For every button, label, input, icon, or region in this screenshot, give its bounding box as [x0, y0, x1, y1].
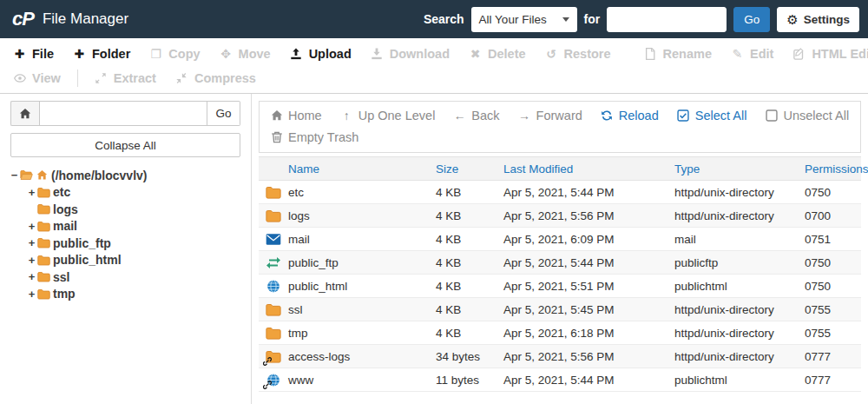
tree-item-tmp[interactable]: +tmp — [0, 286, 251, 303]
tree-item-ssl[interactable]: +ssl — [0, 268, 251, 286]
folder-icon — [37, 288, 50, 301]
up-icon: ↑ — [340, 109, 353, 123]
file-permissions: 0755 — [805, 303, 861, 316]
symlink-icon — [263, 357, 272, 366]
globe-icon — [266, 374, 281, 387]
toolbar-label: Rename — [663, 47, 712, 61]
file-icon-cell — [259, 256, 288, 269]
tree-expander[interactable]: + — [26, 288, 37, 301]
column-header-last-modified[interactable]: Last Modified — [503, 162, 674, 176]
nav-select-all-button[interactable]: Select All — [677, 109, 747, 123]
table-row-etc[interactable]: etc4 KBApr 5, 2021, 5:44 PMhttpd/unix-di… — [259, 181, 861, 204]
toolbar-download-button[interactable]: Download — [361, 43, 459, 64]
toolbar-extract-button[interactable]: Extract — [85, 68, 166, 89]
tree-item-public-html[interactable]: +public_html — [0, 252, 251, 269]
tree-expander[interactable]: − — [9, 169, 20, 182]
search-for-label: for — [584, 12, 601, 26]
table-row-logs[interactable]: logs4 KBApr 5, 2021, 5:56 PMhttpd/unix-d… — [259, 204, 861, 228]
nav-label: Reload — [619, 109, 659, 123]
table-body: etc4 KBApr 5, 2021, 5:44 PMhttpd/unix-di… — [259, 181, 861, 392]
tree-item-logs[interactable]: logs — [0, 201, 251, 218]
nav-label: Home — [288, 109, 322, 123]
html-icon — [792, 48, 806, 61]
nav-toolbar: Home↑Up One Level←Back→ForwardReloadSele… — [259, 101, 861, 153]
toolbar-label: Edit — [750, 47, 773, 61]
home-orange-icon — [36, 169, 49, 182]
tree-expander[interactable]: + — [26, 186, 37, 199]
toolbar-delete-button[interactable]: ✖Delete — [459, 43, 536, 64]
toolbar-upload-button[interactable]: Upload — [280, 43, 361, 64]
settings-button[interactable]: ⚙ Settings — [777, 7, 859, 32]
tree-expander[interactable]: + — [26, 236, 37, 249]
empty-trash-button[interactable]: Empty Trash — [270, 130, 358, 144]
right-icon: → — [518, 109, 531, 123]
table-row-access-logs[interactable]: access-logs34 bytesApr 5, 2021, 5:56 PMh… — [259, 345, 861, 368]
toolbar-move-button[interactable]: ✥Move — [210, 43, 280, 64]
column-header-type[interactable]: Type — [674, 162, 805, 176]
toolbar-copy-button[interactable]: ❐Copy — [140, 43, 209, 64]
path-input[interactable] — [39, 101, 207, 126]
symlink-icon — [263, 381, 272, 389]
table-row-ssl[interactable]: ssl4 KBApr 5, 2021, 5:45 PMhttpd/unix-di… — [259, 298, 861, 321]
file-modified: Apr 5, 2021, 5:56 PM — [503, 350, 674, 363]
column-header-name[interactable]: Name — [288, 162, 436, 176]
file-type: publichtml — [674, 374, 805, 387]
sidebar-home-button[interactable] — [10, 101, 39, 126]
toolbar-label: HTML Editor — [812, 47, 868, 61]
toolbar-restore-button[interactable]: ↺Restore — [536, 43, 621, 64]
nav-reload-button[interactable]: Reload — [601, 109, 659, 123]
nav-back-button[interactable]: ←Back — [453, 109, 499, 123]
table-row-tmp[interactable]: tmp4 KBApr 5, 2021, 6:18 PMhttpd/unix-di… — [259, 321, 861, 345]
file-size: 4 KB — [436, 233, 503, 246]
toolbar-html-editor-button[interactable]: HTML Editor — [783, 43, 868, 64]
check-on-icon — [677, 109, 690, 123]
toolbar-rename-button[interactable]: Rename — [635, 43, 721, 64]
nav-unselect-all-button[interactable]: Unselect All — [765, 109, 849, 123]
toolbar-label: View — [32, 71, 61, 85]
nav-row: Home↑Up One Level←Back→ForwardReloadSele… — [270, 109, 850, 123]
nav-forward-button[interactable]: →Forward — [518, 109, 582, 123]
file-type: publicftp — [674, 256, 805, 269]
nav-items: Home↑Up One Level←Back→ForwardReloadSele… — [270, 109, 867, 123]
tree-item-etc[interactable]: +etc — [0, 184, 251, 202]
table-row-public-ftp[interactable]: public_ftp4 KBApr 5, 2021, 5:44 PMpublic… — [259, 251, 861, 275]
folder-icon — [37, 186, 50, 199]
tree-label: tmp — [53, 287, 76, 301]
search-scope-select[interactable]: All Your Files — [471, 7, 577, 32]
path-go-button[interactable]: Go — [207, 101, 240, 126]
file-icon — [644, 48, 657, 61]
tree-item-home-blocvvlv[interactable]: −(/home/blocvvlv) — [0, 167, 251, 184]
file-permissions: 0700 — [805, 209, 861, 222]
search-go-button[interactable]: Go — [733, 7, 770, 32]
toolbar-compress-button[interactable]: Compress — [166, 68, 266, 89]
tree-label: logs — [53, 202, 78, 216]
tree-item-public-ftp[interactable]: +public_ftp — [0, 235, 251, 252]
table-row-mail[interactable]: mail4 KBApr 5, 2021, 6:09 PMmail0751 — [259, 228, 861, 251]
toolbar-file-button[interactable]: ✚File — [3, 43, 63, 64]
nav-home-button[interactable]: Home — [270, 109, 322, 123]
column-header-permissions[interactable]: Permissions — [805, 162, 868, 176]
tree-item-mail[interactable]: +mail — [0, 218, 251, 235]
compress-icon — [175, 72, 188, 85]
tree-expander[interactable]: + — [26, 254, 37, 267]
tree-expander[interactable]: + — [26, 220, 37, 233]
toolbar-view-button[interactable]: View — [3, 68, 70, 89]
nav-label: Unselect All — [783, 109, 849, 123]
table-row-www[interactable]: www11 bytesApr 5, 2021, 5:44 PMpublichtm… — [259, 368, 861, 392]
nav-up-one-level-button[interactable]: ↑Up One Level — [340, 109, 436, 123]
column-header-size[interactable]: Size — [436, 162, 503, 176]
toolbar-label: Delete — [488, 47, 526, 61]
toolbar-folder-button[interactable]: ✚Folder — [63, 43, 140, 64]
cpanel-logo[interactable]: cP — [12, 8, 34, 30]
collapse-all-button[interactable]: Collapse All — [10, 133, 240, 157]
folder-open-icon — [20, 169, 33, 182]
toolbar-edit-button[interactable]: ✎Edit — [721, 43, 783, 64]
folder-icon — [37, 254, 50, 267]
file-permissions: 0751 — [805, 233, 861, 246]
file-size: 11 bytes — [436, 374, 503, 387]
toolbar-row-1: ✚File✚Folder❐Copy✥MoveUploadDownload✖Del… — [3, 43, 865, 65]
tree-expander[interactable]: + — [26, 270, 37, 283]
search-input[interactable] — [607, 7, 727, 32]
table-row-public-html[interactable]: public_html4 KBApr 5, 2021, 5:51 PMpubli… — [259, 275, 861, 298]
envelope-icon — [266, 233, 281, 246]
